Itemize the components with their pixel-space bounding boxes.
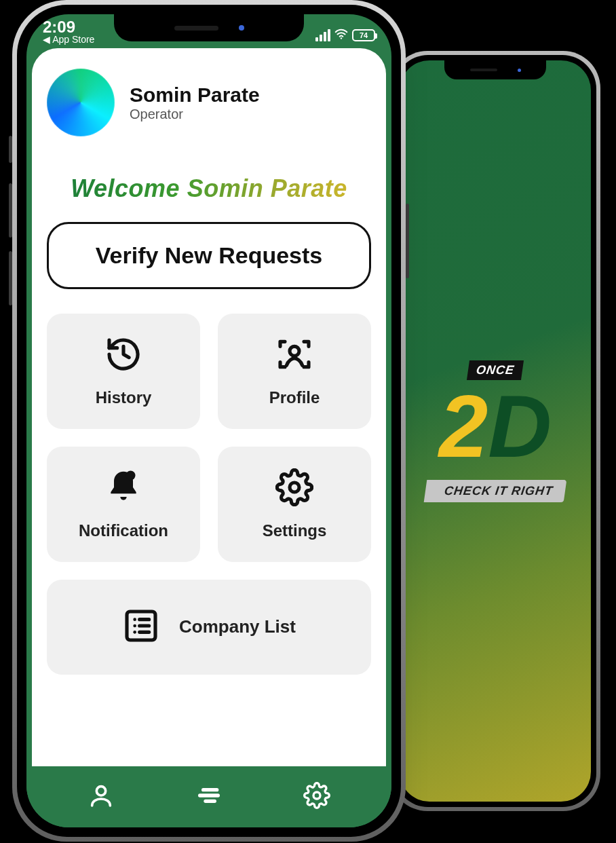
notification-bell-icon: [104, 468, 142, 509]
notification-tile[interactable]: Notification: [47, 447, 200, 562]
welcome-heading: Welcome Somin Parate: [47, 174, 371, 203]
svg-point-1: [290, 346, 299, 356]
profile-tile[interactable]: Profile: [218, 314, 371, 429]
splash-bottom-tag: CHECK IT RIGHT: [424, 480, 567, 502]
nav-settings-button[interactable]: [296, 775, 337, 819]
notch: [444, 60, 546, 79]
settings-tile[interactable]: Settings: [218, 447, 371, 562]
svg-point-5: [133, 618, 136, 621]
company-list-label: Company List: [179, 616, 296, 637]
history-label: History: [96, 388, 152, 407]
bottom-nav: [26, 766, 391, 827]
avatar[interactable]: [47, 69, 115, 136]
user-name: Somin Parate: [130, 83, 260, 107]
status-back-to-appstore[interactable]: ◀ App Store: [43, 35, 94, 44]
svg-point-7: [133, 631, 136, 634]
history-tile[interactable]: History: [47, 314, 200, 429]
settings-label: Settings: [263, 521, 327, 540]
nav-profile-button[interactable]: [81, 775, 121, 819]
splash-screen: ONCE 2 D CHECK IT RIGHT: [400, 60, 591, 802]
wifi-icon: [334, 26, 349, 44]
user-role: Operator: [130, 107, 260, 122]
profile-label: Profile: [269, 388, 320, 407]
notch: [114, 14, 304, 41]
svg-point-11: [96, 787, 105, 795]
gear-icon: [275, 468, 313, 509]
history-icon: [104, 335, 142, 376]
battery-indicator: 74: [352, 29, 375, 41]
main-card: Somin Parate Operator Welcome Somin Para…: [32, 48, 386, 766]
verify-new-requests-button[interactable]: Verify New Requests: [47, 222, 371, 289]
svg-point-0: [341, 37, 342, 39]
svg-point-3: [290, 483, 299, 492]
splash-logo: 2 D: [439, 387, 552, 466]
company-list-tile[interactable]: Company List: [47, 580, 371, 675]
signal-icon: [315, 29, 330, 41]
phone-mockup-front: 2:09 ◀ App Store 74: [12, 0, 406, 842]
svg-point-6: [133, 624, 136, 627]
status-time: 2:09: [43, 20, 94, 35]
phone-mockup-back: ONCE 2 D CHECK IT RIGHT: [390, 51, 600, 811]
list-icon: [122, 607, 160, 648]
svg-point-15: [313, 792, 320, 799]
nav-menu-button[interactable]: [189, 775, 229, 819]
user-header: Somin Parate Operator: [47, 69, 371, 136]
notification-label: Notification: [79, 521, 168, 540]
profile-scan-icon: [275, 335, 313, 376]
svg-point-2: [126, 470, 136, 480]
